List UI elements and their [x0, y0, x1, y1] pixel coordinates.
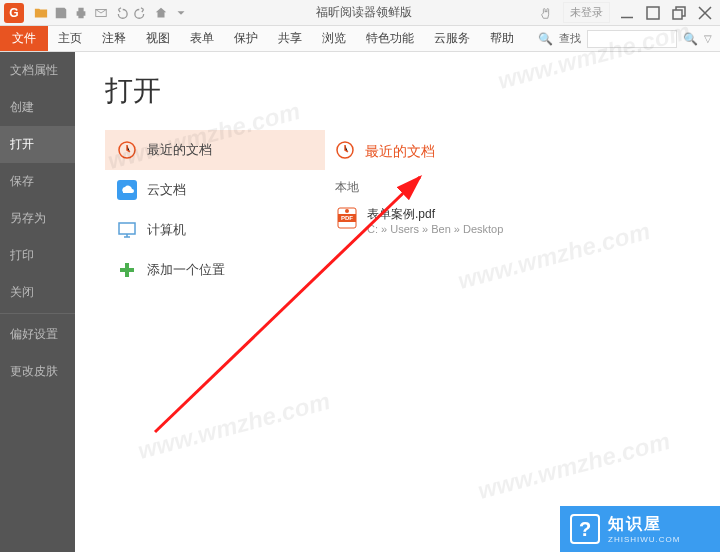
- section-local-label: 本地: [335, 179, 690, 196]
- clock-icon: [335, 140, 355, 163]
- save-icon[interactable]: [52, 4, 70, 22]
- option-recent[interactable]: 最近的文档: [105, 130, 325, 170]
- home-icon[interactable]: [152, 4, 170, 22]
- plus-icon: [117, 260, 137, 280]
- hand-icon[interactable]: [537, 4, 555, 22]
- print-icon[interactable]: [72, 4, 90, 22]
- page-title: 打开: [105, 72, 690, 110]
- sidebar-item-properties[interactable]: 文档属性: [0, 52, 75, 89]
- pdf-icon: PDF: [335, 206, 359, 230]
- tab-features[interactable]: 特色功能: [356, 26, 424, 51]
- window-title: 福昕阅读器领鲜版: [190, 4, 537, 21]
- redo-icon[interactable]: [132, 4, 150, 22]
- mail-icon[interactable]: [92, 4, 110, 22]
- maximize-icon[interactable]: [644, 5, 662, 21]
- tab-help[interactable]: 帮助: [480, 26, 524, 51]
- tab-browse[interactable]: 浏览: [312, 26, 356, 51]
- sidebar-item-create[interactable]: 创建: [0, 89, 75, 126]
- sidebar-item-save[interactable]: 保存: [0, 163, 75, 200]
- option-computer[interactable]: 计算机: [105, 210, 325, 250]
- svg-text:PDF: PDF: [341, 215, 353, 221]
- sidebar-item-saveas[interactable]: 另存为: [0, 200, 75, 237]
- svg-rect-5: [119, 223, 135, 234]
- dropdown-icon[interactable]: [172, 4, 190, 22]
- option-add-label: 添加一个位置: [147, 261, 225, 279]
- sidebar-item-skin[interactable]: 更改皮肤: [0, 353, 75, 390]
- search-input[interactable]: [587, 30, 677, 48]
- tab-share[interactable]: 共享: [268, 26, 312, 51]
- sidebar-item-close[interactable]: 关闭: [0, 274, 75, 311]
- file-path: C: » Users » Ben » Desktop: [367, 223, 503, 235]
- backstage-sidebar: 文档属性 创建 打开 保存 另存为 打印 关闭 偏好设置 更改皮肤: [0, 52, 75, 552]
- backstage-content: 打开 最近的文档 云文档 计算机 添加一个位置: [75, 52, 720, 552]
- option-add-place[interactable]: 添加一个位置: [105, 250, 325, 290]
- login-button[interactable]: 未登录: [563, 2, 610, 23]
- watermark: www.wmzhe.com: [135, 387, 333, 465]
- svg-rect-2: [673, 10, 682, 19]
- open-options: 最近的文档 云文档 计算机 添加一个位置: [105, 130, 325, 290]
- recent-file-item[interactable]: PDF 表单案例.pdf C: » Users » Ben » Desktop: [335, 202, 690, 239]
- close-icon[interactable]: [696, 5, 714, 21]
- brand-icon: ?: [570, 514, 600, 544]
- computer-icon: [117, 220, 137, 240]
- ribbon-tabs: 文件 主页 注释 视图 表单 保护 共享 浏览 特色功能 云服务 帮助 🔍 查找…: [0, 26, 720, 52]
- title-bar: G 福昕阅读器领鲜版 未登录: [0, 0, 720, 26]
- minimize-icon[interactable]: [618, 5, 636, 21]
- open-icon[interactable]: [32, 4, 50, 22]
- svg-rect-1: [647, 7, 659, 19]
- tab-home[interactable]: 主页: [48, 26, 92, 51]
- app-icon: G: [4, 3, 24, 23]
- option-computer-label: 计算机: [147, 221, 186, 239]
- brand-sub: ZHISHIWU.COM: [608, 535, 680, 544]
- option-recent-label: 最近的文档: [147, 141, 212, 159]
- tab-cloud[interactable]: 云服务: [424, 26, 480, 51]
- brand-main: 知识屋: [608, 514, 680, 535]
- tab-form[interactable]: 表单: [180, 26, 224, 51]
- main-area: 文档属性 创建 打开 保存 另存为 打印 关闭 偏好设置 更改皮肤 打开 最近的…: [0, 52, 720, 552]
- expand-icon[interactable]: ▽: [704, 33, 712, 44]
- sidebar-item-preferences[interactable]: 偏好设置: [0, 316, 75, 353]
- recent-header-label: 最近的文档: [365, 143, 435, 161]
- tab-comment[interactable]: 注释: [92, 26, 136, 51]
- brand-badge: ? 知识屋 ZHISHIWU.COM: [560, 506, 720, 552]
- recent-panel: 最近的文档 本地 PDF 表单案例.pdf C: » Users » Ben »…: [335, 130, 690, 290]
- quick-access-toolbar: [32, 4, 190, 22]
- sidebar-item-open[interactable]: 打开: [0, 126, 75, 163]
- search-label: 查找: [559, 31, 581, 46]
- undo-icon[interactable]: [112, 4, 130, 22]
- option-cloud-label: 云文档: [147, 181, 186, 199]
- svg-point-10: [345, 209, 349, 213]
- clock-icon: [117, 140, 137, 160]
- option-cloud[interactable]: 云文档: [105, 170, 325, 210]
- file-name: 表单案例.pdf: [367, 206, 503, 223]
- cloud-icon: [117, 180, 137, 200]
- sidebar-separator: [0, 313, 75, 314]
- restore-icon[interactable]: [670, 5, 688, 21]
- recent-header: 最近的文档: [335, 130, 690, 173]
- watermark: www.wmzhe.com: [475, 427, 673, 505]
- sidebar-item-print[interactable]: 打印: [0, 237, 75, 274]
- search-go-icon[interactable]: 🔍: [683, 32, 698, 46]
- search-icon[interactable]: 🔍: [538, 32, 553, 46]
- tab-protect[interactable]: 保护: [224, 26, 268, 51]
- file-tab[interactable]: 文件: [0, 26, 48, 51]
- tab-view[interactable]: 视图: [136, 26, 180, 51]
- file-info: 表单案例.pdf C: » Users » Ben » Desktop: [367, 206, 503, 235]
